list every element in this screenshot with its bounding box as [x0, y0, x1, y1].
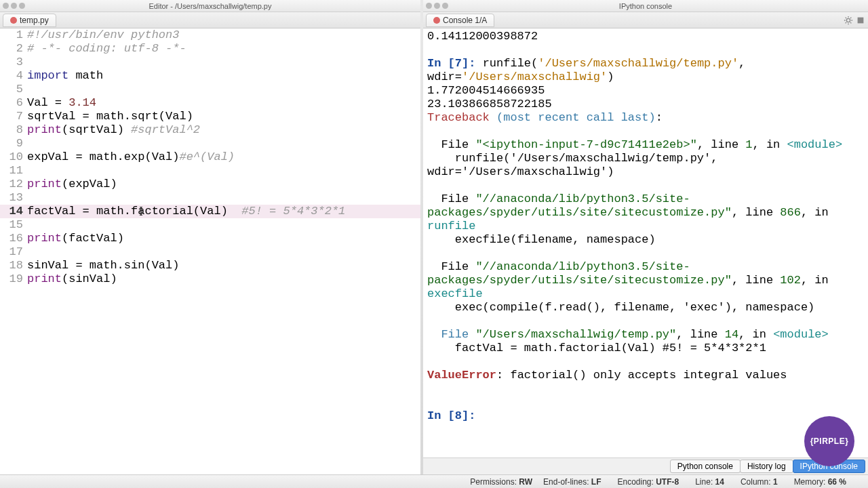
status-bar: Permissions: RW End-of-lines: LF Encodin…	[0, 474, 868, 488]
status-line: Line: 14	[695, 477, 724, 487]
code-line[interactable]: 7sqrtVal = math.sqrt(Val)	[0, 110, 420, 123]
code-line[interactable]: 8print(sqrtVal) #sqrtVal^2	[0, 123, 420, 137]
svg-rect-1	[858, 17, 864, 23]
code-line[interactable]: 18sinVal = math.sin(Val)	[0, 259, 420, 272]
svg-point-0	[846, 18, 850, 22]
console-title: IPython console	[619, 2, 672, 10]
status-permissions: Permissions: RW	[470, 477, 532, 487]
tab-python-console[interactable]: Python console	[670, 460, 741, 473]
code-line[interactable]: 3	[0, 56, 420, 69]
console-titlebar: IPython console	[423, 0, 868, 12]
code-line[interactable]: 1#!/usr/bin/env python3	[0, 28, 420, 42]
code-line[interactable]: 5	[0, 83, 420, 96]
code-line[interactable]: 13	[0, 191, 420, 205]
status-encoding: Encoding: UTF-8	[617, 477, 679, 487]
close-icon[interactable]	[433, 17, 440, 24]
gear-icon[interactable]	[844, 16, 853, 25]
close-icon[interactable]	[10, 17, 17, 24]
stop-icon[interactable]	[856, 16, 865, 25]
code-line[interactable]: 9	[0, 137, 420, 150]
window-controls[interactable]	[426, 3, 448, 9]
editor-titlebar: Editor - /Users/maxschallwig/temp.py	[0, 0, 420, 12]
status-memory: Memory: 66 %	[794, 477, 846, 487]
editor-title: Editor - /Users/maxschallwig/temp.py	[149, 2, 272, 10]
code-line[interactable]: 10expVal = math.exp(Val)#e^(Val)	[0, 150, 420, 164]
code-line[interactable]: 16print(factVal)	[0, 232, 420, 245]
status-column: Column: 1	[741, 477, 778, 487]
console-bottom-tabs: Python console History log IPython conso…	[423, 458, 868, 474]
code-line[interactable]: 11	[0, 164, 420, 178]
console-tabbar: Console 1/A	[423, 12, 868, 28]
status-eol: End-of-lines: LF	[543, 477, 601, 487]
code-editor[interactable]: 1#!/usr/bin/env python32# -*- coding: ut…	[0, 28, 420, 474]
code-line[interactable]: 14factVal = math.factorial(Val) #5! = 5*…	[0, 205, 420, 218]
console-output[interactable]: 0.14112000398872In [7]: runfile('/Users/…	[423, 28, 868, 458]
code-line[interactable]: 2# -*- coding: utf-8 -*-	[0, 42, 420, 56]
code-line[interactable]: 6Val = 3.14	[0, 96, 420, 110]
code-line[interactable]: 4import math	[0, 69, 420, 83]
editor-tabbar: temp.py	[0, 12, 420, 28]
console-tab-label: Console 1/A	[443, 16, 487, 25]
code-line[interactable]: 19print(sinVal)	[0, 272, 420, 286]
code-line[interactable]: 17	[0, 245, 420, 259]
editor-tab-label: temp.py	[20, 16, 49, 25]
code-line[interactable]: 12print(expVal)	[0, 178, 420, 191]
editor-pane: Editor - /Users/maxschallwig/temp.py tem…	[0, 0, 420, 474]
editor-tab[interactable]: temp.py	[3, 14, 56, 27]
window-controls[interactable]	[3, 3, 25, 9]
tab-history-log[interactable]: History log	[740, 460, 793, 473]
pirple-badge: {PIRPLE}	[804, 416, 854, 466]
console-pane: IPython console Console 1/A 0.1411200039…	[423, 0, 868, 474]
console-tab[interactable]: Console 1/A	[426, 14, 494, 27]
code-line[interactable]: 15	[0, 218, 420, 232]
